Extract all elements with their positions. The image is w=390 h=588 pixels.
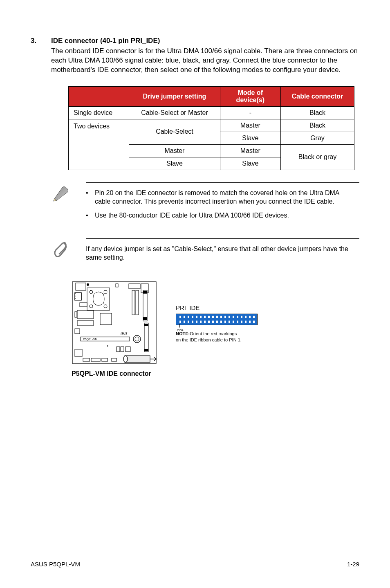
svg-rect-9 [129,284,140,289]
svg-rect-31 [75,349,82,357]
cell: Master [220,119,280,132]
svg-rect-35 [83,358,90,361]
cell: Slave [129,157,220,170]
svg-point-7 [104,305,107,308]
svg-text:/SUS: /SUS [120,332,128,335]
note-paperclip: If any device jumper is set as "Cable-Se… [51,238,359,268]
footer-right: 1-29 [347,561,359,568]
svg-rect-11 [132,290,135,315]
svg-point-5 [104,290,107,294]
section-heading: IDE connector (40-1 pin PRI_IDE) [51,37,359,45]
footer-left: ASUS P5QPL-VM [31,561,80,568]
cell: Master [129,144,220,157]
cell: - [220,106,280,119]
svg-rect-32 [117,347,120,352]
svg-rect-33 [121,347,124,352]
diagram: P5QPL-VM /SUS PRI_IDE [72,280,359,368]
cell: Single device [69,106,129,119]
svg-rect-19 [75,312,77,317]
th-drive-jumper: Drive jumper setting [129,86,220,106]
svg-rect-1 [76,283,86,290]
svg-rect-34 [126,347,130,352]
cell: Slave [220,157,280,170]
svg-point-4 [90,290,93,294]
svg-rect-15 [143,317,147,320]
svg-rect-37 [102,358,108,361]
svg-rect-22 [144,323,148,352]
section-body: The onboard IDE connector is for the Ult… [51,47,359,75]
pri-ide-label: PRI_IDE [176,304,258,311]
svg-point-2 [87,283,89,286]
svg-point-29 [135,337,139,341]
cell: Black [280,106,354,119]
config-table: Drive jumper setting Mode of device(s) C… [68,86,359,170]
cell: Two devices [69,119,129,170]
note-item: Use the 80-conductor IDE cable for Ultra… [95,211,355,220]
svg-rect-24 [144,349,148,351]
note-pencil: Pin 20 on the IDE connector is removed t… [51,182,359,226]
svg-rect-23 [144,324,148,326]
diagram-caption: P5QPL-VM IDE connector [72,370,359,377]
svg-rect-36 [91,358,100,361]
svg-rect-8 [116,284,118,287]
cell: Master [220,144,280,157]
ide-connector-graphic: PIN1 [176,314,258,325]
th-mode: Mode of device(s) [220,86,280,106]
svg-rect-17 [80,303,87,307]
table-row: Two devices Cable-Select Master Black [69,119,354,132]
note-text: If any device jumper is set as "Cable-Se… [86,238,359,268]
motherboard-diagram: P5QPL-VM /SUS [72,280,159,368]
th-cable: Cable connector [280,86,354,106]
th-empty [69,86,129,106]
note-line1: Orient the red markings [190,331,237,336]
cell: Black or gray [280,144,354,170]
ide-connector-detail: PRI_IDE PIN1 NOTE:Orient the red marking… [176,304,258,343]
svg-point-6 [90,305,93,308]
svg-rect-39 [125,356,150,362]
svg-point-30 [107,345,108,346]
svg-point-40 [123,356,128,362]
svg-rect-12 [136,290,139,315]
table-row: Single device Cable-Select or Master - B… [69,106,354,119]
cell: Slave [220,132,280,144]
cell: Gray [280,132,354,144]
svg-rect-14 [143,291,147,294]
cell: Cable-Select or Master [129,106,220,119]
svg-rect-20 [100,313,112,325]
page-footer: ASUS P5QPL-VM 1-29 [31,558,359,568]
note-item: Pin 20 on the IDE connector is removed t… [95,189,355,206]
svg-rect-13 [143,290,147,321]
note-bold: NOTE: [176,331,190,336]
svg-rect-18 [77,310,94,319]
pin1-label: PIN1 [177,328,184,331]
svg-rect-21 [77,321,94,325]
paperclip-icon [51,238,86,268]
cell: Black [280,119,354,132]
pencil-icon [51,182,86,226]
cell: Cable-Select [129,119,220,144]
svg-rect-38 [112,358,117,361]
svg-rect-3 [87,288,110,310]
diagram-note: NOTE:Orient the red markings on the IDE … [176,331,258,343]
svg-rect-16 [75,293,81,300]
svg-rect-0 [72,282,156,364]
mobo-label-text: P5QPL-VM [83,338,98,341]
note-line2: on the IDE ribbon cable to PIN 1. [176,337,242,342]
svg-rect-25 [75,329,80,334]
section-number: 3. [31,37,36,45]
svg-point-28 [133,335,141,343]
